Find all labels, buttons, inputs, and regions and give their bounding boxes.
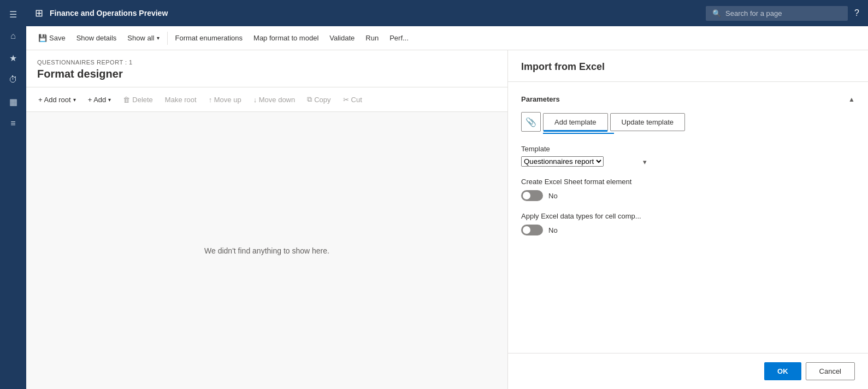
parameters-section: Parameters ▲	[521, 95, 855, 103]
format-enumerations-button[interactable]: Format enumerations	[170, 31, 249, 45]
nav-favorites-icon[interactable]: ★	[3, 48, 23, 68]
template-field: Template Questionnaires report	[521, 145, 855, 167]
delete-icon: 🗑	[123, 96, 130, 104]
app-title: Finance and Operations Preview	[50, 9, 699, 17]
content-area: QUESTIONNAIRES REPORT : 1 Format designe…	[26, 50, 868, 389]
left-navigation: ☰ ⌂ ★ ⏱ ▦ ≡	[0, 0, 26, 389]
panel-header: Import from Excel	[508, 50, 868, 82]
nav-menu-icon[interactable]: ☰	[3, 4, 23, 24]
delete-button[interactable]: 🗑 Delete	[117, 92, 158, 107]
top-bar: ⊞ Finance and Operations Preview 🔍 ?	[26, 0, 868, 26]
apply-types-slider	[521, 225, 543, 235]
create-sheet-label: Create Excel Sheet format element	[521, 178, 855, 186]
create-sheet-control: No	[521, 190, 855, 201]
apply-types-label: Apply Excel data types for cell comp...	[521, 212, 855, 220]
map-format-button[interactable]: Map format to model	[248, 31, 324, 45]
attach-button[interactable]: 📎	[521, 112, 541, 132]
validate-button[interactable]: Validate	[324, 31, 360, 45]
run-button[interactable]: Run	[360, 31, 384, 45]
save-icon: 💾	[38, 34, 47, 42]
template-select-wrapper: Questionnaires report	[521, 156, 652, 167]
search-input[interactable]	[725, 9, 835, 17]
apply-types-toggle-row: Apply Excel data types for cell comp... …	[521, 212, 855, 235]
search-box-container: 🔍	[706, 6, 848, 21]
panel-footer: OK Cancel	[508, 353, 868, 389]
cut-button[interactable]: ✂ Cut	[338, 92, 368, 107]
collapse-parameters-button[interactable]: ▲	[848, 96, 855, 103]
apply-types-value: No	[548, 226, 558, 234]
template-label: Template	[521, 145, 855, 153]
designer-panel: QUESTIONNAIRES REPORT : 1 Format designe…	[26, 50, 507, 389]
update-template-tab[interactable]: Update template	[610, 113, 685, 131]
search-icon: 🔍	[712, 9, 721, 17]
add-root-button[interactable]: + Add root ▾	[33, 92, 81, 107]
apply-types-control: No	[521, 225, 855, 235]
show-all-button[interactable]: Show all ▾	[122, 31, 164, 45]
tab-underline	[543, 133, 614, 134]
template-select[interactable]: Questionnaires report	[521, 156, 604, 167]
attach-icon: 📎	[525, 117, 536, 127]
show-all-chevron: ▾	[157, 35, 160, 41]
nav-workspaces-icon[interactable]: ▦	[3, 92, 23, 111]
nav-recent-icon[interactable]: ⏱	[3, 70, 23, 90]
copy-button[interactable]: ⧉ Copy	[302, 92, 336, 107]
add-template-tab[interactable]: Add template	[543, 113, 608, 131]
add-root-chevron: ▾	[73, 97, 76, 103]
nav-modules-icon[interactable]: ≡	[3, 114, 23, 133]
make-root-button[interactable]: Make root	[160, 92, 202, 107]
move-down-button[interactable]: ↓ Move down	[248, 92, 301, 107]
apply-types-toggle[interactable]	[521, 225, 543, 235]
page-title: Format designer	[37, 68, 497, 80]
cut-icon: ✂	[343, 96, 349, 104]
perf-button[interactable]: Perf...	[384, 31, 414, 45]
add-button[interactable]: + Add ▾	[82, 92, 117, 107]
save-button[interactable]: 💾 Save	[33, 31, 71, 45]
app-grid-icon[interactable]: ⊞	[35, 7, 43, 19]
copy-icon: ⧉	[307, 95, 312, 104]
panel-title: Import from Excel	[521, 61, 605, 73]
designer-toolbar: + Add root ▾ + Add ▾ 🗑 Delete Make root …	[26, 87, 507, 112]
command-bar: 💾 Save Show details Show all ▾ Format en…	[26, 26, 868, 50]
template-tabs: 📎 Add template Update template	[521, 112, 855, 132]
move-up-button[interactable]: ↑ Move up	[203, 92, 247, 107]
designer-header: QUESTIONNAIRES REPORT : 1 Format designe…	[26, 50, 507, 87]
cancel-button[interactable]: Cancel	[806, 362, 855, 380]
panel-body: Parameters ▲ 📎 Add template Update templ…	[508, 82, 868, 353]
show-details-button[interactable]: Show details	[71, 31, 122, 45]
create-sheet-value: No	[548, 192, 558, 200]
create-sheet-toggle[interactable]	[521, 190, 543, 201]
help-icon[interactable]: ?	[854, 8, 859, 18]
designer-empty-state: We didn't find anything to show here.	[26, 112, 507, 389]
ok-button[interactable]: OK	[764, 362, 801, 380]
nav-home-icon[interactable]: ⌂	[3, 26, 23, 46]
create-sheet-toggle-row: Create Excel Sheet format element No	[521, 178, 855, 201]
breadcrumb: QUESTIONNAIRES REPORT : 1	[37, 59, 497, 66]
separator-1	[167, 32, 168, 45]
main-area: ⊞ Finance and Operations Preview 🔍 ? 💾 S…	[26, 0, 868, 389]
import-excel-panel: Import from Excel Parameters ▲ 📎 Add tem…	[507, 50, 868, 389]
add-chevron: ▾	[108, 97, 111, 103]
create-sheet-slider	[521, 190, 543, 201]
